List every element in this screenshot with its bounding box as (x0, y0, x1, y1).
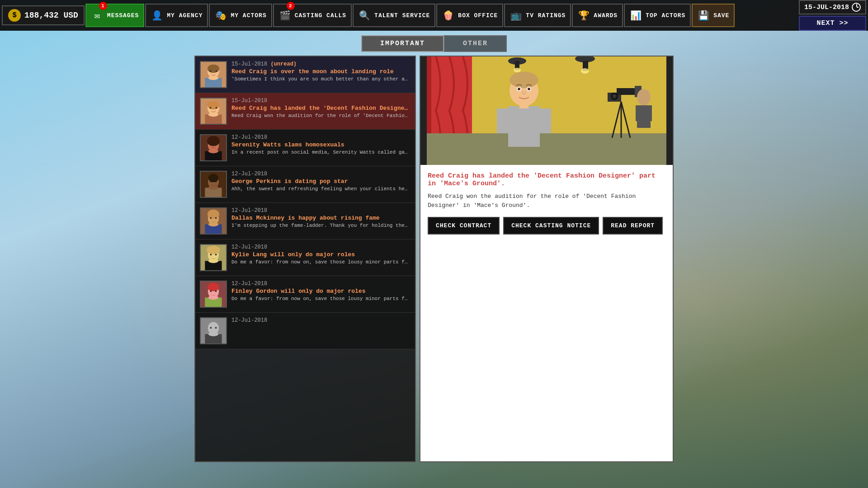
message-list[interactable]: 15-Jul-2018 (unread) Reed Craig is over … (195, 56, 415, 461)
date-text: 15-Jul-2018 (231, 61, 270, 67)
detail-body: Reed Craig has landed the 'Decent Fashio… (420, 165, 673, 461)
messages-label: MESSAGES (107, 12, 139, 19)
check-contract-button[interactable]: CHECK CONTRACT (428, 217, 500, 235)
box-office-label: BOX OFFICE (458, 12, 498, 19)
message-date: 12-Jul-2018 (231, 207, 410, 214)
svg-rect-80 (540, 108, 551, 133)
next-button[interactable]: NEXT >> (799, 16, 866, 31)
tv-icon: 📺 (509, 9, 523, 22)
message-date: 12-Jul-2018 (231, 134, 410, 141)
svg-rect-58 (427, 133, 666, 165)
message-info: 12-Jul-2018 George Perkins is dating pop… (231, 171, 410, 198)
avatar (200, 61, 227, 88)
svg-point-62 (514, 68, 521, 72)
message-preview: Reed Craig won the audition for the role… (231, 113, 410, 118)
avatar (200, 98, 227, 125)
nav-casting-calls-button[interactable]: 2 🎬 CASTING CALLS (273, 4, 352, 27)
list-item[interactable]: 15-Jul-2018 Reed Craig has landed the 'D… (195, 93, 415, 130)
svg-point-32 (208, 222, 218, 226)
message-date: 15-Jul-2018 (231, 98, 410, 104)
currency-icon: $ (8, 9, 21, 22)
list-item[interactable]: 15-Jul-2018 (unread) Reed Craig is over … (195, 56, 415, 93)
save-icon: 💾 (697, 9, 711, 22)
nav-tv-ratings-button[interactable]: 📺 TV RATINGS (504, 4, 571, 27)
svg-point-47 (210, 291, 212, 292)
message-date: 12-Jul-2018 (231, 281, 410, 287)
clock-icon (852, 3, 861, 12)
avatar (200, 317, 227, 344)
detail-text: Reed Craig won the audition for the role… (428, 192, 665, 210)
svg-rect-76 (636, 105, 639, 121)
svg-point-44 (208, 283, 219, 291)
message-info: 12-Jul-2018 Serenity Watts slams homosex… (231, 134, 410, 161)
svg-point-65 (581, 68, 589, 74)
message-date: 12-Jul-2018 (231, 244, 410, 250)
avatar (200, 207, 227, 235)
detail-title: Reed Craig has landed the 'Decent Fashio… (428, 172, 665, 188)
nav-my-actors-button[interactable]: 🎭 MY ACTORS (209, 4, 272, 27)
nav-top-actors-button[interactable]: 📊 TOP ACTORS (624, 4, 691, 27)
casting-icon: 🎬 (278, 9, 292, 22)
message-preview: 'Sometimes I think you are so much bette… (231, 76, 410, 82)
nav-box-office-button[interactable]: 🍿 BOX OFFICE (436, 4, 503, 27)
avatar-svg (201, 317, 226, 344)
agency-label: MY AGENCY (167, 12, 203, 19)
avatar-svg (201, 171, 226, 198)
check-casting-notice-button[interactable]: CHECK CASTING NOTICE (503, 217, 599, 235)
svg-point-39 (208, 259, 218, 263)
tab-important[interactable]: IMPORTANT (361, 35, 444, 52)
message-date: 15-Jul-2018 (unread) (231, 61, 410, 67)
svg-point-74 (637, 89, 651, 105)
nav-awards-button[interactable]: 🏆 AWARDS (572, 4, 623, 27)
nav-talent-service-button[interactable]: 🔍 TALENT SERVICE (353, 4, 435, 27)
svg-point-13 (216, 107, 217, 109)
actors-icon: 🎭 (214, 9, 228, 22)
svg-point-83 (509, 72, 538, 88)
detail-image (420, 56, 673, 165)
avatar (200, 171, 227, 198)
list-item[interactable]: 12-Jul-2018 Dallas Mckinney is happy abo… (195, 203, 415, 239)
svg-point-34 (215, 217, 217, 219)
unread-label: (unread) (270, 61, 297, 67)
message-preview: I'm stepping up the fame-ladder. Thank y… (231, 223, 410, 228)
list-item[interactable]: 12-Jul-2018 Kylie Lang will only do majo… (195, 239, 415, 276)
nav-my-agency-button[interactable]: 👤 MY AGENCY (145, 4, 208, 27)
list-item[interactable]: 12-Jul-2018 Serenity Watts slams homosex… (195, 130, 415, 166)
list-item[interactable]: 12-Jul-2018 Finley Gordon will only do m… (195, 276, 415, 313)
detail-actions: CHECK CONTRACT CHECK CASTING NOTICE READ… (428, 217, 665, 235)
avatar (200, 281, 227, 308)
svg-point-85 (518, 88, 520, 90)
svg-point-9 (208, 101, 219, 110)
awards-icon: 🏆 (577, 9, 591, 22)
message-title: Reed Craig is over the moon about landin… (231, 68, 410, 75)
avatar-svg (201, 244, 226, 271)
svg-point-37 (207, 246, 220, 254)
message-preview: Ahh, the sweet and refreshing feeling wh… (231, 186, 410, 192)
svg-point-5 (210, 70, 212, 72)
svg-point-2 (208, 65, 219, 73)
message-tabs: IMPORTANT OTHER (361, 35, 507, 52)
message-title: Dallas Mckinney is happy about rising fa… (231, 215, 410, 221)
message-title: George Perkins is dating pop star (231, 178, 410, 185)
read-report-button[interactable]: READ REPORT (603, 217, 663, 235)
message-info: 12-Jul-2018 Finley Gordon will only do m… (231, 281, 410, 308)
list-item[interactable]: 12-Jul-2018 (195, 313, 415, 349)
box-office-icon: 🍿 (442, 9, 455, 22)
svg-point-30 (208, 210, 219, 219)
svg-point-6 (216, 70, 217, 72)
agency-icon: 👤 (151, 9, 164, 22)
svg-point-46 (208, 296, 218, 300)
svg-point-33 (210, 217, 212, 219)
studio-scene-svg (420, 56, 673, 165)
nav-save-button[interactable]: 💾 SAVE (692, 4, 735, 27)
nav-messages-button[interactable]: 1 ✉ MESSAGES (85, 4, 144, 27)
svg-point-48 (215, 291, 217, 292)
svg-point-70 (612, 94, 617, 99)
tv-ratings-label: TV RATINGS (526, 12, 566, 19)
messages-badge: 1 (99, 2, 107, 10)
tab-other[interactable]: OTHER (444, 35, 507, 52)
message-list-container: 15-Jul-2018 (unread) Reed Craig is over … (194, 56, 416, 462)
money-display: $ 188,432 USD (2, 5, 85, 25)
list-item[interactable]: 12-Jul-2018 George Perkins is dating pop… (195, 166, 415, 203)
avatar-svg (201, 281, 226, 308)
